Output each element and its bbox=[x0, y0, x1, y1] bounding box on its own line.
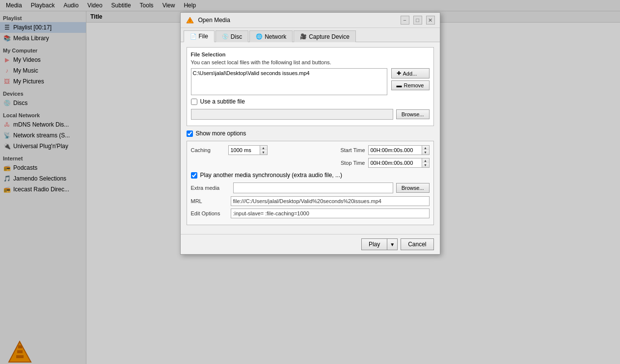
stop-time-label: Stop Time bbox=[333, 160, 365, 166]
tab-disc-label: Disc bbox=[231, 33, 242, 40]
edit-options-label: Edit Options bbox=[191, 210, 228, 216]
tab-network-label: Network bbox=[265, 33, 286, 40]
start-time-up-arrow[interactable]: ▲ bbox=[422, 146, 429, 150]
tab-file[interactable]: 📄 File bbox=[184, 30, 215, 42]
remove-btn-label: Remove bbox=[404, 82, 424, 88]
extra-media-input[interactable] bbox=[233, 182, 393, 193]
subtitle-input-row: Browse... bbox=[191, 107, 430, 122]
open-media-dialog: Open Media − □ ✕ 📄 File 💿 Disc 🌐 Network bbox=[180, 12, 440, 255]
play-sync-checkbox[interactable] bbox=[191, 172, 197, 179]
start-time-down-arrow[interactable]: ▼ bbox=[422, 150, 429, 155]
file-path-item: C:\Users\jalal\Desktop\Valid seconds iss… bbox=[193, 70, 385, 76]
show-more-options-checkbox[interactable] bbox=[187, 130, 193, 137]
tab-network[interactable]: 🌐 Network bbox=[249, 30, 293, 42]
file-selection-area: C:\Users\jalal\Desktop\Valid seconds iss… bbox=[191, 68, 430, 95]
capture-tab-icon: 🎥 bbox=[300, 33, 307, 40]
stop-time-option: Stop Time ▲ ▼ bbox=[333, 158, 430, 168]
extra-media-row: Extra media Browse... bbox=[191, 182, 430, 193]
caching-label: Caching bbox=[191, 147, 225, 153]
add-file-button[interactable]: ✚ Add... bbox=[391, 68, 430, 78]
subtitle-browse-button[interactable]: Browse... bbox=[396, 109, 430, 119]
stop-time-input[interactable] bbox=[368, 158, 422, 168]
caching-spinner: ▲ ▼ bbox=[228, 145, 268, 155]
stop-time-spinner: ▲ ▼ bbox=[368, 158, 430, 168]
remove-icon: ▬ bbox=[397, 82, 402, 88]
dialog-titlebar: Open Media − □ ✕ bbox=[181, 13, 440, 28]
cancel-button[interactable]: Cancel bbox=[401, 238, 433, 250]
caching-arrows: ▲ ▼ bbox=[260, 145, 268, 155]
caching-down-arrow[interactable]: ▼ bbox=[260, 150, 267, 155]
start-time-arrows: ▲ ▼ bbox=[422, 145, 430, 155]
options-row-1: Caching ▲ ▼ Start Time bbox=[191, 145, 430, 155]
caching-option: Caching ▲ ▼ bbox=[191, 145, 268, 155]
tab-capture-label: Capture Device bbox=[309, 33, 350, 40]
start-time-label: Start Time bbox=[333, 147, 365, 153]
edit-options-row: Edit Options bbox=[191, 208, 430, 218]
file-listbox[interactable]: C:\Users\jalal\Desktop\Valid seconds iss… bbox=[191, 68, 387, 95]
dialog-tabs: 📄 File 💿 Disc 🌐 Network 🎥 Capture Device bbox=[181, 28, 440, 42]
subtitle-checkbox-label[interactable]: Use a subtitle file bbox=[200, 98, 245, 105]
dialog-body: File Selection You can select local file… bbox=[181, 42, 440, 234]
file-selection-section: File Selection You can select local file… bbox=[187, 47, 434, 126]
caching-input[interactable] bbox=[228, 145, 260, 155]
dialog-title: Open Media bbox=[198, 17, 397, 24]
tab-disc[interactable]: 💿 Disc bbox=[216, 30, 248, 42]
svg-rect-6 bbox=[189, 19, 190, 20]
dialog-overlay: Open Media − □ ✕ 📄 File 💿 Disc 🌐 Network bbox=[0, 0, 620, 364]
show-more-options-row: Show more options bbox=[187, 130, 434, 137]
dialog-minimize-btn[interactable]: − bbox=[401, 16, 409, 25]
more-options-section: Caching ▲ ▼ Start Time bbox=[187, 141, 434, 225]
subtitle-row: Use a subtitle file bbox=[191, 98, 430, 105]
options-row-2: Stop Time ▲ ▼ bbox=[191, 158, 430, 168]
svg-rect-5 bbox=[189, 21, 191, 22]
dialog-footer: Play ▼ Cancel bbox=[181, 234, 440, 254]
mrl-row: MRL bbox=[191, 196, 430, 206]
vlc-title-icon bbox=[186, 16, 194, 24]
caching-up-arrow[interactable]: ▲ bbox=[260, 146, 267, 150]
stop-time-arrows: ▲ ▼ bbox=[422, 158, 430, 168]
mrl-label: MRL bbox=[191, 198, 228, 204]
subtitle-file-input[interactable] bbox=[191, 109, 393, 120]
disc-tab-icon: 💿 bbox=[222, 33, 229, 40]
start-time-input[interactable] bbox=[368, 145, 422, 155]
stop-time-down-arrow[interactable]: ▼ bbox=[422, 163, 429, 167]
play-sync-row: Play another media synchronously (extra … bbox=[191, 172, 430, 179]
tab-capture[interactable]: 🎥 Capture Device bbox=[294, 30, 356, 42]
add-icon: ✚ bbox=[397, 70, 401, 77]
dialog-close-btn[interactable]: ✕ bbox=[426, 16, 435, 25]
file-buttons: ✚ Add... ▬ Remove bbox=[391, 68, 430, 90]
file-selection-label: File Selection bbox=[191, 52, 430, 57]
play-dropdown-arrow[interactable]: ▼ bbox=[387, 238, 398, 250]
file-selection-desc: You can select local files with the foll… bbox=[191, 59, 430, 65]
remove-file-button[interactable]: ▬ Remove bbox=[391, 80, 430, 90]
edit-options-input[interactable] bbox=[231, 208, 430, 218]
extra-media-browse-button[interactable]: Browse... bbox=[396, 183, 430, 193]
play-btn-group: Play ▼ bbox=[361, 238, 398, 250]
start-time-option: Start Time ▲ ▼ bbox=[333, 145, 430, 155]
subtitle-checkbox[interactable] bbox=[191, 99, 197, 105]
add-btn-label: Add... bbox=[403, 71, 417, 77]
tab-file-label: File bbox=[199, 33, 208, 40]
stop-time-up-arrow[interactable]: ▲ bbox=[422, 158, 429, 163]
dialog-titlebar-icon bbox=[186, 16, 194, 25]
show-more-options-label[interactable]: Show more options bbox=[196, 130, 246, 137]
dialog-maximize-btn[interactable]: □ bbox=[413, 16, 422, 25]
play-button[interactable]: Play bbox=[361, 238, 387, 250]
file-tab-icon: 📄 bbox=[190, 33, 197, 40]
app-window: Media Playback Audio Video Subtitle Tool… bbox=[0, 0, 620, 364]
mrl-input[interactable] bbox=[231, 196, 430, 206]
start-time-spinner: ▲ ▼ bbox=[368, 145, 430, 155]
extra-media-label: Extra media bbox=[191, 185, 230, 191]
network-tab-icon: 🌐 bbox=[256, 33, 263, 40]
play-sync-label[interactable]: Play another media synchronously (extra … bbox=[200, 172, 342, 179]
